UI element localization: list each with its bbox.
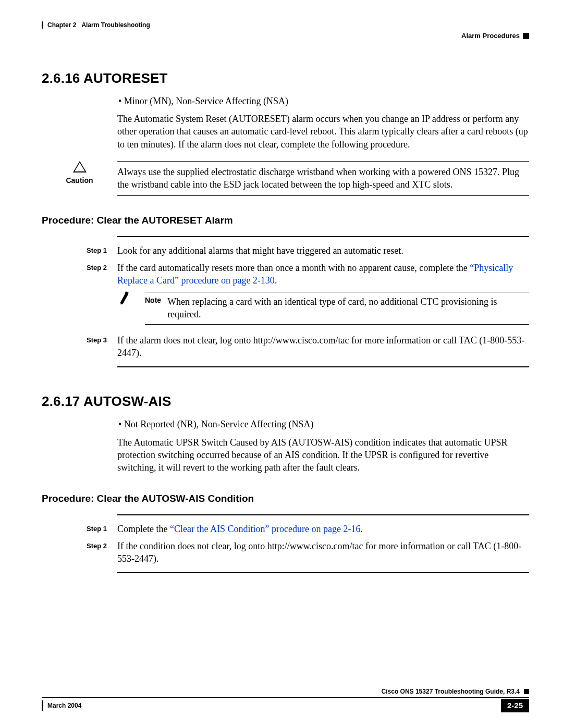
- page-number-badge: 2-25: [501, 699, 529, 712]
- step-text: Complete the “Clear the AIS Condition” p…: [117, 523, 529, 535]
- step-row: Step 3 If the alarm does not clear, log …: [42, 334, 529, 360]
- step-label: Step 1: [42, 244, 117, 257]
- footer-date: March 2004: [47, 701, 81, 710]
- step-row: Step 2 If the condition does not clear, …: [42, 540, 529, 565]
- header-chapter: Chapter 2: [47, 21, 76, 29]
- severity-bullet: Not Reported (NR), Non-Service Affecting…: [128, 418, 529, 430]
- step-text: If the alarm does not clear, log onto ht…: [117, 334, 529, 360]
- header-section: Alarm Procedures: [461, 31, 520, 41]
- procedure-heading: Procedure: Clear the AUTORESET Alarm: [42, 214, 529, 227]
- footer-guide: Cisco ONS 15327 Troubleshooting Guide, R…: [382, 687, 520, 696]
- procedure-bottom-rule: [117, 572, 529, 573]
- caution-text: Always use the supplied electrostatic di…: [117, 161, 529, 196]
- caution-block: Caution Always use the supplied electros…: [42, 161, 529, 196]
- footer-vbar: [42, 700, 43, 711]
- header-vbar: [42, 21, 43, 29]
- procedure-heading: Procedure: Clear the AUTOSW-AIS Conditio…: [42, 492, 529, 505]
- step-text: If the condition does not clear, log ont…: [117, 540, 529, 565]
- step-text-after: .: [275, 275, 277, 286]
- step-text-after: .: [360, 524, 363, 534]
- procedure-bottom-rule: [117, 366, 529, 367]
- note-block: Note When replacing a card with an ident…: [117, 292, 529, 325]
- header-title: Alarm Troubleshooting: [81, 21, 150, 29]
- step-row: Step 1 Complete the “Clear the AIS Condi…: [42, 523, 529, 535]
- pencil-icon: [116, 290, 133, 305]
- section-number: 2.6.17: [42, 393, 80, 409]
- section-title: AUTORESET: [83, 70, 168, 86]
- running-header: Chapter 2 Alarm Troubleshooting: [42, 21, 529, 29]
- xref-link[interactable]: “Clear the AIS Condition” procedure on p…: [170, 524, 360, 534]
- procedure-top-rule: [117, 514, 529, 515]
- section-heading-autoreset: 2.6.16 AUTORESET: [42, 69, 529, 88]
- step-text: If the card automatically resets more th…: [117, 262, 529, 330]
- step-text-before: If the card automatically resets more th…: [117, 263, 470, 273]
- footer-rule: [42, 697, 529, 698]
- step-label: Step 2: [42, 262, 117, 330]
- footer-square-icon: [524, 689, 529, 694]
- step-label: Step 2: [42, 540, 117, 565]
- note-label: Note: [145, 295, 167, 305]
- note-text: When replacing a card with an identical …: [167, 295, 529, 321]
- section-heading-autosw-ais: 2.6.17 AUTOSW-AIS: [42, 392, 529, 411]
- section-number: 2.6.16: [42, 70, 80, 86]
- intro-paragraph: The Automatic System Reset (AUTORESET) a…: [117, 113, 529, 151]
- header-square-icon: [523, 33, 529, 39]
- severity-bullet: Minor (MN), Non-Service Affecting (NSA): [128, 95, 529, 107]
- step-label: Step 1: [42, 523, 117, 535]
- step-text: Look for any additional alarms that migh…: [117, 244, 529, 257]
- step-row: Step 2 If the card automatically resets …: [42, 262, 529, 330]
- procedure-top-rule: [117, 236, 529, 237]
- step-label: Step 3: [42, 334, 117, 360]
- intro-paragraph: The Automatic UPSR Switch Caused by AIS …: [117, 436, 529, 474]
- caution-triangle-icon: [73, 161, 87, 172]
- step-text-before: Complete the: [117, 524, 170, 534]
- caution-label: Caution: [66, 176, 93, 186]
- running-header-right: Alarm Procedures: [42, 31, 529, 41]
- section-title: AUTOSW-AIS: [83, 393, 172, 409]
- step-row: Step 1 Look for any additional alarms th…: [42, 244, 529, 257]
- page-footer: Cisco ONS 15327 Troubleshooting Guide, R…: [42, 687, 529, 712]
